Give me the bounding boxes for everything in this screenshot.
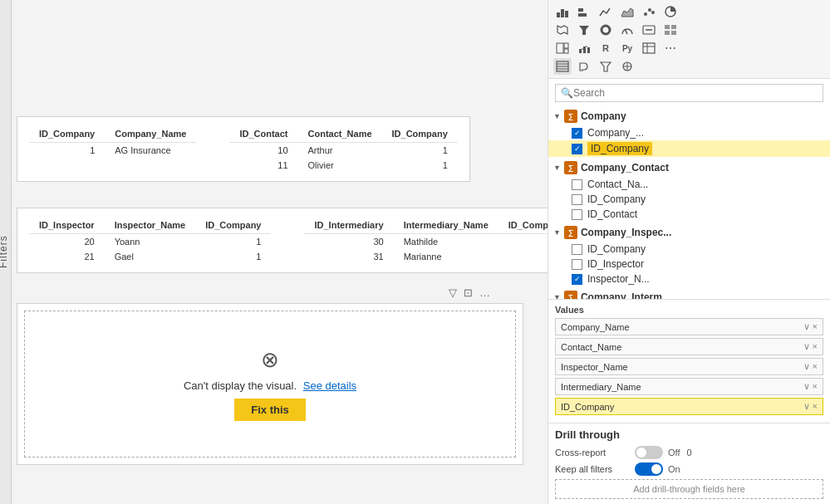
viz-icon-line[interactable] — [597, 3, 615, 20]
more-icon[interactable]: … — [479, 286, 490, 299]
keep-filters-value: On — [668, 464, 680, 474]
chip-id-company-remove[interactable]: × — [813, 401, 818, 412]
viz-icon-donut[interactable] — [597, 22, 615, 38]
checkbox-id-company[interactable]: ✓ — [572, 144, 582, 154]
drill-through-title: Drill through — [555, 428, 823, 441]
checkbox-id-company-3[interactable] — [572, 244, 582, 255]
company-inspec-table-icon: ∑ — [564, 226, 577, 239]
tree-item-contact-name[interactable]: Contact_Na... — [548, 177, 830, 192]
field-id-inspector: ID_Inspector — [587, 258, 644, 270]
svg-rect-19 — [564, 43, 568, 48]
viz-icon-python[interactable]: Py — [618, 40, 636, 56]
checkbox-contact-name[interactable] — [572, 179, 582, 190]
chip-id-company-expand[interactable]: ∨ — [803, 401, 810, 412]
chip-inspector-name-expand[interactable]: ∨ — [803, 361, 810, 372]
table-row: 30 Mathilde 1 — [304, 234, 548, 250]
tree-item-id-inspector[interactable]: ID_Inspector — [548, 257, 830, 272]
filters-tab[interactable]: Filters — [0, 0, 12, 504]
tree-item-id-company[interactable]: ✓ ID_Company — [548, 140, 830, 157]
viz-icon-analytics[interactable] — [618, 58, 636, 75]
chip-intermediary-name-remove[interactable]: × — [813, 381, 818, 392]
search-input[interactable] — [573, 87, 818, 99]
field-contact-name: Contact_Na... — [587, 179, 648, 190]
filter-icon[interactable]: ▽ — [449, 286, 457, 299]
tree-group-company-inspec-label: Company_Inspec... — [581, 227, 671, 238]
viz-icon-filter[interactable] — [597, 58, 615, 75]
table-row: 21 Gael 1 — [29, 249, 271, 264]
viz-icon-waterfall[interactable] — [575, 40, 593, 56]
col-id-company-contact: ID_Company — [382, 125, 458, 143]
checkbox-id-company-2[interactable] — [572, 194, 582, 205]
drill-add-fields[interactable]: Add drill-through fields here — [555, 479, 823, 499]
chip-company-name[interactable]: Company_Name ∨ × — [555, 318, 823, 335]
viz-icon-funnel[interactable] — [575, 22, 593, 38]
checkbox-company-name[interactable]: ✓ — [572, 128, 582, 139]
contact-table: ID_Contact Contact_Name ID_Company 10 Ar… — [229, 125, 457, 173]
viz-icon-selected-table[interactable] — [553, 58, 572, 75]
viz-icon-paint[interactable] — [575, 58, 593, 75]
svg-marker-33 — [601, 62, 611, 71]
tree-group-company-inspec-header[interactable]: ▼ ∑ Company_Inspec... — [548, 223, 830, 242]
table-row: 11 Olivier 1 — [229, 158, 457, 173]
tree-group-company-label: Company — [581, 110, 626, 122]
focus-icon[interactable]: ⊡ — [464, 286, 473, 299]
tree-item-id-contact[interactable]: ID_Contact — [548, 207, 830, 222]
right-panel: R Py ⋯ 🔍 — [548, 0, 830, 504]
col-id-inspector: ID_Inspector — [29, 217, 105, 234]
keep-filters-toggle[interactable] — [635, 462, 663, 476]
tree-item-inspector-name[interactable]: ✓ Inspector_N... — [548, 272, 830, 286]
chip-id-company[interactable]: ID_Company ∨ × — [555, 398, 823, 415]
viz-icon-scatter[interactable] — [640, 3, 658, 20]
viz-icon-area[interactable] — [618, 3, 636, 20]
viz-icon-bar[interactable] — [575, 3, 593, 20]
chip-company-name-remove[interactable]: × — [813, 321, 818, 332]
off-label: 0 — [686, 448, 691, 458]
viz-icon-pie[interactable] — [661, 3, 680, 20]
cross-report-row: Cross-report Off 0 — [555, 446, 823, 459]
tree-group-company-contact: ▼ ∑ Company_Contact Contact_Na... ID_Com… — [548, 159, 830, 222]
svg-rect-18 — [557, 43, 563, 53]
keep-filters-thumb — [651, 464, 661, 474]
viz-icon-stacked-bar[interactable] — [553, 3, 572, 20]
tree-group-company-interm-header[interactable]: ▼ ∑ Company_Interm... — [548, 288, 830, 299]
chip-intermediary-name-expand[interactable]: ∨ — [803, 381, 810, 392]
checkbox-id-contact[interactable] — [572, 209, 582, 220]
viz-icon-treemap[interactable] — [553, 40, 572, 56]
chip-contact-name[interactable]: Contact_Name ∨ × — [555, 338, 823, 355]
tree-group-company-contact-header[interactable]: ▼ ∑ Company_Contact — [548, 159, 830, 177]
cross-report-thumb — [636, 448, 646, 458]
viz-icon-gauge[interactable] — [618, 22, 636, 38]
chip-inspector-name[interactable]: Inspector_Name ∨ × — [555, 358, 823, 375]
canvas-area: ID_Company Company_Name 1 AG Insurance — [0, 0, 548, 504]
error-message-text: Can't display the visual. — [184, 379, 297, 392]
chip-company-name-expand[interactable]: ∨ — [803, 321, 810, 332]
checkbox-inspector-name[interactable]: ✓ — [572, 274, 582, 285]
svg-rect-15 — [671, 25, 676, 29]
chip-contact-name-expand[interactable]: ∨ — [803, 341, 810, 352]
viz-icon-matrix[interactable] — [661, 22, 680, 38]
error-link[interactable]: See details — [303, 379, 356, 392]
search-container: 🔍 — [555, 84, 823, 102]
viz-icon-more[interactable]: ⋯ — [661, 40, 680, 56]
tree-item-id-company-2[interactable]: ID_Company — [548, 192, 830, 207]
svg-point-7 — [651, 11, 655, 14]
svg-rect-23 — [587, 47, 590, 53]
table-row: 20 Yoann 1 — [29, 234, 271, 250]
tree-item-company-name[interactable]: ✓ Company_... — [548, 125, 830, 140]
widget-toolbar: ▽ ⊡ … — [449, 286, 490, 299]
chip-intermediary-name[interactable]: Intermediary_Name ∨ × — [555, 378, 823, 395]
viz-icon-table[interactable] — [640, 40, 658, 56]
checkbox-id-inspector[interactable] — [572, 259, 582, 270]
table-row: 10 Arthur 1 — [229, 143, 457, 159]
viz-icon-map[interactable] — [553, 22, 572, 38]
tree-item-id-company-3[interactable]: ID_Company — [548, 242, 830, 257]
cross-report-toggle[interactable] — [635, 446, 663, 459]
chip-inspector-name-remove[interactable]: × — [813, 361, 818, 372]
viz-icon-card[interactable] — [640, 22, 658, 38]
keep-filters-label: Keep all filters — [555, 464, 630, 474]
viz-icon-r[interactable]: R — [597, 40, 615, 56]
company-interm-table-icon: ∑ — [564, 291, 577, 299]
tree-group-company-header[interactable]: ▼ ∑ Company — [548, 107, 830, 125]
fix-button[interactable]: Fix this — [234, 399, 306, 421]
chip-contact-name-remove[interactable]: × — [813, 341, 818, 352]
